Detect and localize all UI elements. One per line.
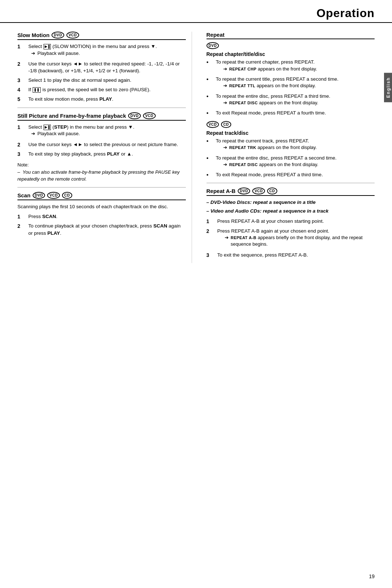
repeat-vcd-bullets: To repeat the current track, press REPEA… xyxy=(207,137,375,178)
cd-badge-3: CD xyxy=(62,192,72,199)
repeat-ab-sub1: – DVD-Video Discs: repeat a sequence in … xyxy=(207,199,375,206)
repeat-dvd-bullet-2: To repeat the current title, press REPEA… xyxy=(207,76,375,91)
main-content: Slow Motion DVD VCD Select ▶▐ (SLOW MOTI… xyxy=(0,23,392,272)
repeat-dvd-bullet2-note: ➔ repeat ttl appears on the front displa… xyxy=(223,82,339,89)
slow-motion-icon: ▶▐ xyxy=(44,44,50,49)
repeat-vcd-header: VCD CD xyxy=(207,121,375,128)
cd-badge-5: CD xyxy=(267,188,277,194)
scan-title: Scan xyxy=(17,192,30,198)
repeat-dvd-bullet3-note: ➔ repeat disc appears on the front displ… xyxy=(223,100,330,106)
repeat-ab-step-2: Press REPEAT A-B again at your chosen en… xyxy=(207,227,375,249)
repeat-vcd-bullet-2: To repeat the entire disc, press REPEAT … xyxy=(207,154,375,170)
still-picture-steps: Select ▶▐ (STEP) in the menu bar and pre… xyxy=(17,124,186,158)
repeat-vcd-bullet-1: To repeat the current track, press REPEA… xyxy=(207,137,375,153)
slow-motion-header: Slow Motion DVD VCD xyxy=(17,32,186,40)
repeat-ab-step-3: To exit the sequence, press REPEAT A-B. xyxy=(207,251,375,259)
repeat-ab-section: Repeat A-B DVD VCD CD – DVD-Video Discs:… xyxy=(207,188,375,259)
repeat-dvd-bullet1-note: ➔ repeat chp appears on the front displa… xyxy=(223,66,317,72)
still-picture-title: Still Picture and Frame-by-frame playbac… xyxy=(17,113,126,119)
slow-motion-step-1: Select ▶▐ (SLOW MOTION) in the menu bar … xyxy=(17,43,186,58)
still-picture-step-3: To exit step by step playback, press PLA… xyxy=(17,150,186,158)
sidebar-language-label: English xyxy=(384,73,392,102)
repeat-dvd-bullet-4: To exit Repeat mode, press REPEAT a four… xyxy=(207,109,375,117)
scan-steps: Press SCAN. To continue playback at your… xyxy=(17,213,186,237)
repeat-ab-header: Repeat A-B DVD VCD CD xyxy=(207,188,375,196)
vcd-badge-4: VCD xyxy=(207,121,219,128)
dvd-badge-3: DVD xyxy=(33,192,45,199)
repeat-header: Repeat xyxy=(207,32,375,39)
vcd-badge: VCD xyxy=(66,32,79,39)
divider-1 xyxy=(17,108,186,108)
repeat-section: Repeat DVD Repeat chapter/title/disc To … xyxy=(207,32,375,178)
slow-motion-title: Slow Motion xyxy=(17,32,49,38)
repeat-ab-step-1: Press REPEAT A-B at your chosen starting… xyxy=(207,218,375,225)
right-column: Repeat DVD Repeat chapter/title/disc To … xyxy=(204,32,375,263)
scan-intro: Scanning plays the first 10 seconds of e… xyxy=(17,203,186,210)
slow-motion-step-4: If ❚❚ is pressed, the speed will be set … xyxy=(17,86,186,93)
scan-section: Scan DVD VCD CD Scanning plays the first… xyxy=(17,192,186,237)
still-picture-header: Still Picture and Frame-by-frame playbac… xyxy=(17,112,186,121)
divider-3 xyxy=(207,183,375,183)
divider-2 xyxy=(17,187,186,188)
scan-step-1: Press SCAN. xyxy=(17,213,186,220)
vcd-badge-5: VCD xyxy=(252,188,265,194)
repeat-vcd-bullet2-note: ➔ repeat disc appears on the front displ… xyxy=(223,161,337,168)
scan-step-2: To continue playback at your chosen chap… xyxy=(17,222,186,237)
slow-motion-step-3: Select 1 to play the disc at normal spee… xyxy=(17,77,186,84)
dvd-badge-4: DVD xyxy=(207,42,219,49)
still-picture-step-1: Select ▶▐ (STEP) in the menu bar and pre… xyxy=(17,124,186,139)
slow-motion-steps: Select ▶▐ (SLOW MOTION) in the menu bar … xyxy=(17,43,186,103)
still-picture-note: Note: – You can also activate frame-by-f… xyxy=(17,161,186,183)
repeat-ab-steps: Press REPEAT A-B at your chosen starting… xyxy=(207,218,375,259)
slow-motion-step1-note: ➔ Playback will pause. xyxy=(31,50,157,57)
cd-badge-4: CD xyxy=(221,121,231,128)
repeat-title: Repeat xyxy=(207,32,225,38)
repeat-ab-step2-note: ➔ repeat a-b appears briefly on the fron… xyxy=(225,234,375,247)
left-column: Slow Motion DVD VCD Select ▶▐ (SLOW MOTI… xyxy=(17,32,192,263)
still-picture-section: Still Picture and Frame-by-frame playbac… xyxy=(17,112,186,183)
repeat-dvd-bullets: To repeat the current chapter, press REP… xyxy=(207,59,375,117)
page-header: Operation xyxy=(0,0,392,23)
repeat-dvd-bullet-3: To repeat the entire disc, press REPEAT … xyxy=(207,93,375,108)
dvd-badge-5: DVD xyxy=(238,188,250,194)
slow-motion-step-2: Use the cursor keys ◄► to select the req… xyxy=(17,60,186,74)
dvd-badge-2: DVD xyxy=(128,112,141,119)
repeat-vcd-section: VCD CD Repeat track/disc To repeat the c… xyxy=(207,121,375,178)
step-icon: ▶▐ xyxy=(44,125,50,130)
slow-motion-step-5: To exit slow motion mode, press PLAY. xyxy=(17,96,186,103)
repeat-dvd-header: DVD xyxy=(207,42,375,49)
slow-motion-section: Slow Motion DVD VCD Select ▶▐ (SLOW MOTI… xyxy=(17,32,186,103)
repeat-ab-sub2: – Video and Audio CDs: repeat a sequence… xyxy=(207,208,375,215)
page-title: Operation xyxy=(317,7,375,20)
vcd-badge-3: VCD xyxy=(47,192,60,199)
page-number: 19 xyxy=(369,573,375,579)
repeat-vcd-bullet1-note: ➔ repeat trk appears on the front displa… xyxy=(223,144,317,151)
repeat-dvd-section: DVD Repeat chapter/title/disc To repeat … xyxy=(207,42,375,117)
repeat-ab-title: Repeat A-B xyxy=(207,188,236,194)
vcd-badge-2: VCD xyxy=(143,112,156,119)
repeat-dvd-subheading: Repeat chapter/title/disc xyxy=(207,51,375,57)
pause-icon: ❚❚ xyxy=(33,87,41,93)
repeat-dvd-bullet-1: To repeat the current chapter, press REP… xyxy=(207,59,375,74)
repeat-vcd-bullet-3: To exit Repeat mode, press REPEAT a thir… xyxy=(207,171,375,178)
scan-header: Scan DVD VCD CD xyxy=(17,192,186,200)
still-picture-step1-note: ➔ Playback will pause. xyxy=(31,130,134,137)
still-picture-step-2: Use the cursor keys ◄► to select the pre… xyxy=(17,141,186,148)
dvd-badge: DVD xyxy=(52,32,64,39)
repeat-vcd-subheading: Repeat track/disc xyxy=(207,130,375,136)
